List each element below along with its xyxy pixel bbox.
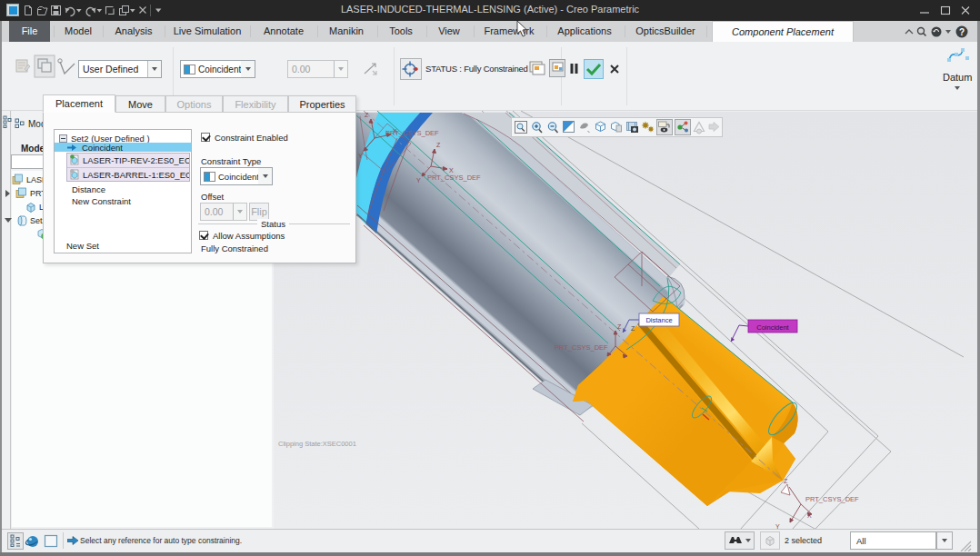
svg-text:Z: Z <box>631 325 635 332</box>
svg-text:Z: Z <box>436 142 441 148</box>
svg-text:Z: Z <box>617 323 622 330</box>
svg-text:PRT_CSYS_DEF: PRT_CSYS_DEF <box>555 343 608 352</box>
svg-text:X: X <box>449 167 454 174</box>
svg-text:X: X <box>393 128 397 134</box>
svg-text:X: X <box>807 512 812 519</box>
svg-text:PRT_CSYS_DEF: PRT_CSYS_DEF <box>805 495 859 503</box>
svg-text:Distance: Distance <box>645 316 672 324</box>
svg-text:Z: Z <box>784 478 788 484</box>
svg-text:?: ? <box>959 26 965 36</box>
svg-text:Y: Y <box>416 177 421 184</box>
svg-text:PRT_CSYS_DEF: PRT_CSYS_DEF <box>427 174 481 182</box>
svg-text:Z: Z <box>365 112 369 118</box>
svg-text:Coincident: Coincident <box>756 323 789 332</box>
svg-text:Y: Y <box>358 153 363 159</box>
